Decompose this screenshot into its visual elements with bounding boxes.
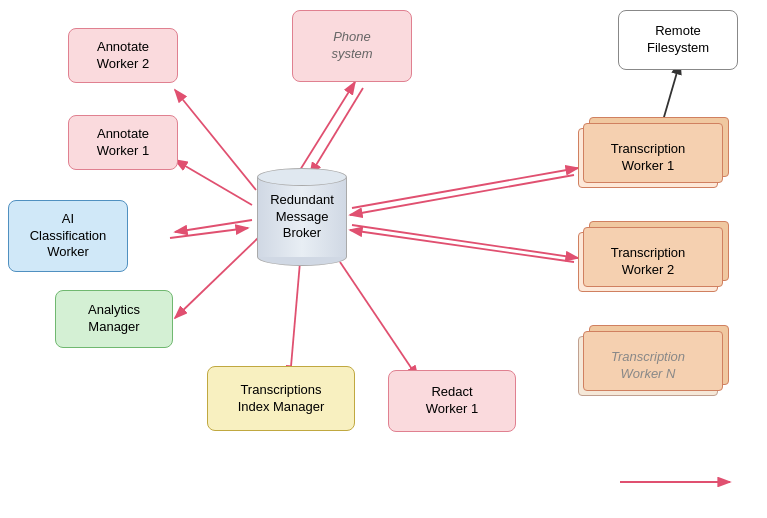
cylinder-top bbox=[257, 168, 347, 186]
annotate-worker-1-label: Annotate Worker 1 bbox=[97, 126, 150, 160]
transcription-worker-n-label: Transcription Worker N bbox=[611, 349, 685, 383]
transcription-worker-1-node: Transcription Worker 1 bbox=[578, 128, 718, 188]
transcription-worker-1-label: Transcription Worker 1 bbox=[611, 141, 686, 175]
phone-system-label: Phone system bbox=[331, 29, 372, 63]
analytics-manager-label: Analytics Manager bbox=[88, 302, 140, 336]
svg-line-13 bbox=[350, 175, 574, 215]
svg-line-5 bbox=[175, 90, 256, 190]
svg-line-10 bbox=[290, 262, 300, 378]
svg-line-11 bbox=[340, 262, 418, 378]
annotate-worker-2-label: Annotate Worker 2 bbox=[97, 39, 150, 73]
cylinder-body: Redundant Message Broker bbox=[257, 177, 347, 257]
svg-line-12 bbox=[352, 168, 578, 208]
transcriptions-index-node: Transcriptions Index Manager bbox=[207, 366, 355, 431]
transcriptions-index-label: Transcriptions Index Manager bbox=[238, 382, 325, 416]
annotate-worker-1-node: Annotate Worker 1 bbox=[68, 115, 178, 170]
cylinder: Redundant Message Broker bbox=[257, 168, 347, 266]
svg-line-15 bbox=[350, 230, 574, 262]
svg-line-14 bbox=[352, 225, 578, 258]
message-broker-node: Redundant Message Broker bbox=[257, 168, 347, 266]
svg-line-4 bbox=[300, 82, 355, 170]
svg-line-9 bbox=[175, 238, 258, 318]
transcription-worker-2-label: Transcription Worker 2 bbox=[611, 245, 686, 279]
svg-line-7 bbox=[175, 220, 252, 232]
ai-classification-label: AI Classification Worker bbox=[30, 211, 107, 262]
analytics-manager-node: Analytics Manager bbox=[55, 290, 173, 348]
message-broker-label: Redundant Message Broker bbox=[270, 192, 334, 243]
redact-worker-label: Redact Worker 1 bbox=[426, 384, 479, 418]
architecture-diagram: Phone system Remote Filesystem Annotate … bbox=[0, 0, 767, 518]
remote-filesystem-node: Remote Filesystem bbox=[618, 10, 738, 70]
redact-worker-node: Redact Worker 1 bbox=[388, 370, 516, 432]
transcription-worker-n-node: Transcription Worker N bbox=[578, 336, 718, 396]
svg-line-8 bbox=[170, 228, 248, 238]
ai-classification-node: AI Classification Worker bbox=[8, 200, 128, 272]
transcription-worker-2-node: Transcription Worker 2 bbox=[578, 232, 718, 292]
svg-line-6 bbox=[175, 160, 252, 205]
phone-system-node: Phone system bbox=[292, 10, 412, 82]
svg-line-3 bbox=[310, 88, 363, 175]
remote-filesystem-label: Remote Filesystem bbox=[647, 23, 709, 57]
annotate-worker-2-node: Annotate Worker 2 bbox=[68, 28, 178, 83]
